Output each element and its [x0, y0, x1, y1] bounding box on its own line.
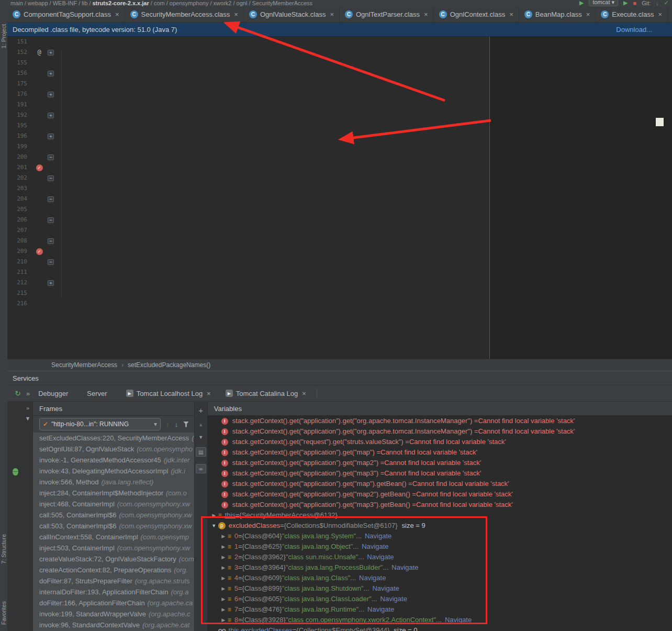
fold-marker-icon[interactable] — [46, 215, 55, 225]
code-text[interactable] — [55, 89, 672, 99]
code-line[interactable]: 204 — [7, 194, 672, 204]
navigate-link[interactable]: Navigate — [362, 541, 388, 552]
fold-marker-icon[interactable] — [46, 278, 55, 288]
watch-result-row[interactable]: oo this.excludedClasses = {Collections$E… — [208, 625, 672, 631]
frame-row[interactable]: call:505, ContainerImpl$6(com.opensympho… — [33, 510, 194, 521]
tool-window-button-project[interactable]: 1: Project — [1, 24, 7, 48]
frame-row[interactable]: setOgnlUtil:87, OgnlValueStack(com.opens… — [33, 444, 194, 455]
scroll-up-icon[interactable]: ▲ — [198, 422, 203, 427]
copy-stack-icon[interactable]: ▤ — [196, 447, 206, 457]
breakpoint-gutter-icon[interactable] — [32, 215, 46, 225]
editor-tab[interactable]: C BeanMap.class × — [519, 6, 596, 22]
services-tab-close-icon[interactable]: × — [207, 390, 211, 397]
expand-arrow-icon[interactable]: ▶ — [219, 531, 228, 541]
navigate-link[interactable]: Navigate — [365, 531, 391, 541]
breadcrumb-method[interactable]: setExcludedPackageNames() — [128, 361, 210, 369]
code-text[interactable] — [55, 110, 672, 120]
collection-item-row[interactable]: ▶ ≡ 6 = {Class@605} "class java.lang.Cla… — [208, 594, 672, 604]
code-text[interactable] — [55, 278, 672, 288]
run-icon[interactable]: ▶ — [579, 0, 584, 6]
expand-arrow-icon[interactable]: ▶ — [219, 604, 228, 615]
services-tab[interactable]: ▶ Tomcat Catalina Log × — [219, 385, 312, 401]
line-number[interactable]: 206 — [7, 215, 32, 225]
next-frame-icon[interactable]: ↓ — [175, 420, 178, 428]
collection-item-row[interactable]: ▶ ≡ 7 = {Class@476} "class java.lang.Run… — [208, 604, 672, 615]
frame-row[interactable]: inject:468, ContainerImpl(com.opensympho… — [33, 499, 194, 510]
collection-item-row[interactable]: ▶ ≡ 1 = {Class@625} "class java.lang.Obj… — [208, 541, 672, 552]
code-text[interactable] — [55, 131, 672, 141]
code-text[interactable] — [55, 236, 672, 246]
breakpoint-gutter-icon[interactable] — [32, 288, 46, 298]
line-number[interactable]: 176 — [7, 89, 32, 99]
frame-row[interactable]: call:503, ContainerImpl$6(com.opensympho… — [33, 521, 194, 532]
frame-row[interactable]: internalDoFilter:193, ApplicationFilterC… — [33, 586, 194, 597]
breakpoint-gutter-icon[interactable] — [32, 278, 46, 288]
editor-tab[interactable]: C OgnlContext.class × — [434, 6, 519, 22]
collection-item-row[interactable]: ▶ ≡ 2 = {Class@3962} "class sun.misc.Uns… — [208, 552, 672, 562]
code-text[interactable] — [55, 204, 672, 215]
frame-row[interactable]: inject:284, ContainerImpl$MethodInjector… — [33, 488, 194, 499]
code-text[interactable] — [55, 194, 672, 204]
breakpoint-gutter-icon[interactable] — [32, 246, 46, 257]
collapse-icon[interactable]: ▼ — [25, 415, 31, 422]
this-variable-row[interactable]: ▶ ≡ this = {SecurityMemberAccess@6132} — [208, 510, 672, 521]
collection-item-row[interactable]: ▶ ≡ 0 = {Class@604} "class java.lang.Sys… — [208, 531, 672, 541]
code-text[interactable] — [55, 37, 672, 47]
navigate-link[interactable]: Navigate — [372, 583, 399, 594]
code-line[interactable]: 208 — [7, 236, 672, 246]
breakpoint-gutter-icon[interactable] — [32, 68, 46, 79]
git-update-icon[interactable]: ↓ — [656, 0, 659, 6]
collection-item-row[interactable]: ▶ ≡ 5 = {Class@899} "class java.lang.Shu… — [208, 583, 672, 594]
breakpoint-gutter-icon[interactable] — [32, 141, 46, 152]
editor-tab[interactable]: C Execute.class × — [596, 6, 668, 22]
frame-row[interactable]: invoke:-1, GeneratedMethodAccessor45(jdk… — [33, 455, 194, 466]
run-config-selector[interactable]: tomcat ▾ — [589, 0, 618, 6]
editor-tab[interactable]: C ValueSta — [668, 6, 672, 22]
code-line[interactable]: 195 — [7, 120, 672, 131]
code-text[interactable] — [55, 58, 672, 68]
tool-window-button-favorites[interactable]: Favorites — [1, 601, 7, 625]
line-number[interactable]: 205 — [7, 204, 32, 215]
navigate-link[interactable]: Navigate — [391, 562, 418, 573]
code-text[interactable] — [55, 162, 672, 173]
code-line[interactable]: 191 — [7, 99, 672, 110]
rerun-server-icon[interactable]: ↻ — [12, 389, 24, 397]
frame-row[interactable]: invoke:199, StandardWrapperValve(org.apa… — [33, 608, 194, 619]
fold-marker-icon[interactable] — [46, 47, 55, 58]
code-line[interactable]: 192 — [7, 110, 672, 120]
code-line[interactable]: 206 — [7, 215, 672, 225]
code-line[interactable]: 210 — [7, 257, 672, 267]
collection-item-row[interactable]: ▶ ≡ 3 = {Class@3964} "class java.lang.Pr… — [208, 562, 672, 573]
navigate-link[interactable]: Navigate — [367, 604, 394, 615]
download-sources-link[interactable]: Download... — [616, 26, 652, 34]
code-text[interactable] — [55, 288, 672, 298]
navigate-link[interactable]: Navigate — [367, 552, 394, 562]
breakpoint-gutter-icon[interactable] — [32, 58, 46, 68]
frame-row[interactable]: invoke:96, StandardContextValve(org.apac… — [33, 619, 194, 630]
services-tab-close-icon[interactable]: × — [302, 390, 306, 397]
watch-error-row[interactable]: ! stack.getContext().get("application").… — [208, 447, 672, 458]
services-tab[interactable]: ▶ Debugger — [32, 385, 79, 401]
breakpoint-gutter-icon[interactable] — [32, 194, 46, 204]
editor-tab[interactable]: C SecurityMemberAccess.class × — [125, 6, 244, 22]
fold-marker-icon[interactable] — [46, 68, 55, 79]
filter-icon[interactable] — [183, 422, 189, 427]
code-text[interactable] — [55, 257, 672, 267]
frame-row[interactable]: setExcludedClasses:220, SecurityMemberAc… — [33, 433, 194, 444]
line-number[interactable]: 151 — [7, 37, 32, 47]
navigate-link[interactable]: Navigate — [380, 594, 407, 604]
services-tab[interactable]: ▶ Tomcat Localhost Log × — [120, 385, 217, 401]
breadcrumb-class[interactable]: SecurityMemberAccess — [51, 361, 117, 369]
code-line[interactable]: 199 — [7, 141, 672, 152]
fold-marker-icon[interactable] — [46, 89, 55, 99]
chevrons-icon[interactable]: » — [26, 390, 30, 397]
frame-row[interactable]: createValueStack:72, OgnlValueStackFacto… — [33, 553, 194, 564]
code-line[interactable]: 202 — [7, 173, 672, 183]
code-line[interactable]: 175 — [7, 79, 672, 89]
code-line[interactable]: 152 — [7, 47, 672, 58]
code-text[interactable] — [55, 152, 672, 162]
tab-close-icon[interactable]: × — [115, 10, 119, 18]
fold-marker-icon[interactable] — [46, 194, 55, 204]
fold-marker-icon[interactable] — [46, 173, 55, 183]
breakpoint-gutter-icon[interactable] — [32, 204, 46, 215]
